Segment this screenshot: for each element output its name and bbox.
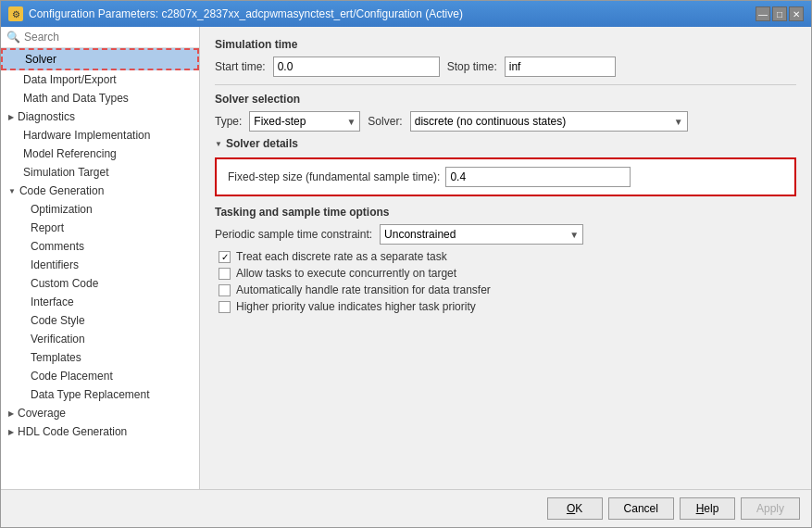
tasking-options-title: Tasking and sample time options [215,206,796,219]
sidebar-item-verification[interactable]: Verification [1,330,199,348]
sidebar-item-custom-code-label: Custom Code [31,277,98,290]
solver-select-arrow: ▼ [674,117,683,127]
solver-details-triangle: ▼ [215,140,222,148]
close-button[interactable]: ✕ [789,6,804,21]
solver-label: Solver: [368,115,402,128]
sidebar-item-templates-label: Templates [31,351,81,364]
simulation-time-row: Start time: Stop time: [215,57,796,77]
type-select-arrow: ▼ [346,117,356,127]
cancel-button[interactable]: Cancel [608,497,674,520]
sidebar-item-coverage[interactable]: ▶ Coverage [1,404,199,422]
ok-button[interactable]: OK [547,497,603,520]
sidebar-item-report[interactable]: Report [1,219,199,237]
fixed-step-input[interactable] [445,167,631,187]
fixed-step-label: Fixed-step size (fundamental sample time… [228,170,440,183]
checkbox-3[interactable] [219,284,231,296]
sidebar-item-hardware-impl[interactable]: Hardware Implementation [1,126,199,145]
type-select-value: Fixed-step [254,115,306,128]
sidebar-item-diagnostics[interactable]: ▶ Diagnostics [1,107,199,126]
sidebar-item-code-generation-label: Code Generation [19,184,104,197]
sidebar-item-report-label: Report [31,221,64,234]
sidebar-item-comments[interactable]: Comments [1,237,199,256]
periodic-label: Periodic sample time constraint: [215,228,372,241]
sidebar-item-data-import-export[interactable]: Data Import/Export [1,70,199,89]
diagnostics-triangle: ▶ [8,113,14,121]
stop-time-input[interactable] [505,57,616,77]
sidebar-item-verification-label: Verification [31,333,85,346]
sidebar-item-model-referencing-label: Model Referencing [23,147,117,160]
sidebar-item-simulation-target[interactable]: Simulation Target [1,163,199,182]
sidebar-item-hardware-impl-label: Hardware Implementation [23,129,150,142]
periodic-select[interactable]: Unconstrained ▼ [380,224,583,245]
sidebar-item-optimization-label: Optimization [31,203,93,216]
sidebar-item-solver[interactable]: Solver [1,48,199,70]
checkbox-row-2: Allow tasks to execute concurrently on t… [215,267,796,280]
checkbox-1-label: Treat each discrete rate as a separate t… [236,250,447,263]
main-window: ⚙ Configuration Parameters: c2807x_2837x… [0,0,812,528]
sidebar-item-identifiers[interactable]: Identifiers [1,256,199,274]
simulation-time-title: Simulation time [215,38,796,51]
title-bar: ⚙ Configuration Parameters: c2807x_2837x… [1,1,811,27]
coverage-triangle: ▶ [8,409,14,418]
solver-select-value: discrete (no continuous states) [415,115,566,128]
sidebar-item-code-placement[interactable]: Code Placement [1,367,199,385]
sidebar-item-math-data-types-label: Math and Data Types [23,92,129,105]
solver-details-inner: Fixed-step size (fundamental sample time… [228,167,783,187]
sidebar-item-hdl-code-gen[interactable]: ▶ HDL Code Generation [1,422,199,441]
window-title: Configuration Parameters: c2807x_2837xx_… [29,7,463,20]
solver-details-title: Solver details [226,137,298,150]
solver-selection-title: Solver selection [215,93,796,106]
checkbox-row-3: Automatically handle rate transition for… [215,283,796,296]
divider-1 [215,84,796,85]
sidebar-item-simulation-target-label: Simulation Target [23,166,109,179]
sidebar-item-coverage-label: Coverage [18,407,66,420]
sidebar-item-math-data-types[interactable]: Math and Data Types [1,89,199,107]
periodic-constraint-row: Periodic sample time constraint: Unconst… [215,224,796,245]
hdl-triangle: ▶ [8,428,14,436]
help-underline: H [696,502,705,515]
type-select[interactable]: Fixed-step ▼ [249,111,360,132]
start-time-input[interactable] [273,57,440,77]
sidebar-item-diagnostics-label: Diagnostics [18,110,75,123]
checkbox-4[interactable] [219,301,231,313]
sidebar-item-interface[interactable]: Interface [1,293,199,311]
checkbox-3-label: Automatically handle rate transition for… [236,283,491,296]
apply-button[interactable]: Apply [741,497,800,520]
periodic-select-arrow: ▼ [569,230,579,240]
sidebar-item-code-style[interactable]: Code Style [1,311,199,330]
sidebar-item-solver-label: Solver [25,53,56,66]
solver-details-box: Fixed-step size (fundamental sample time… [215,157,796,196]
checkbox-2-label: Allow tasks to execute concurrently on t… [236,267,456,280]
search-input[interactable] [24,31,194,44]
help-button[interactable]: Help [680,497,735,520]
solver-select[interactable]: discrete (no continuous states) ▼ [410,111,688,132]
start-time-label: Start time: [215,60,266,73]
sidebar-item-identifiers-label: Identifiers [31,258,79,271]
checkbox-2[interactable] [219,268,231,280]
content-area: 🔍 Solver Data Import/Export Math and Dat… [1,27,811,489]
sidebar-item-data-import-export-label: Data Import/Export [23,73,117,86]
minimize-button[interactable]: — [756,6,770,21]
sidebar-item-custom-code[interactable]: Custom Code [1,274,199,293]
checkbox-1[interactable]: ✓ [219,251,231,263]
sidebar-item-optimization[interactable]: Optimization [1,200,199,219]
main-panel: Simulation time Start time: Stop time: S… [200,27,811,489]
checkbox-row-4: Higher priority value indicates higher t… [215,300,796,313]
maximize-button[interactable]: □ [772,6,787,21]
sidebar: 🔍 Solver Data Import/Export Math and Dat… [1,27,200,489]
search-box: 🔍 [1,27,199,48]
periodic-select-value: Unconstrained [384,228,456,241]
sidebar-item-model-referencing[interactable]: Model Referencing [1,145,199,163]
sidebar-item-interface-label: Interface [31,295,74,308]
sidebar-item-code-placement-label: Code Placement [31,370,113,383]
sidebar-item-code-generation[interactable]: ▼ Code Generation [1,182,199,200]
sidebar-item-templates[interactable]: Templates [1,348,199,367]
sidebar-item-data-type-replacement[interactable]: Data Type Replacement [1,385,199,404]
bottom-bar: OK Cancel Help Apply [1,489,811,527]
code-gen-triangle: ▼ [8,187,16,195]
type-label: Type: [215,115,242,128]
sidebar-item-code-style-label: Code Style [31,314,85,327]
solver-details-header[interactable]: ▼ Solver details [215,137,796,150]
window-controls: — □ ✕ [756,6,804,21]
sidebar-item-data-type-replacement-label: Data Type Replacement [31,388,150,401]
